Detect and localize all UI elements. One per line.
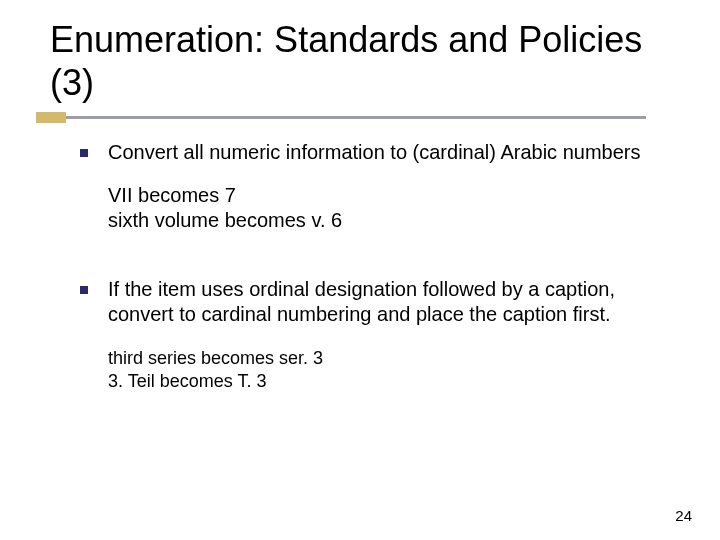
- slide-body: Convert all numeric information to (card…: [80, 140, 675, 392]
- bullet-examples: third series becomes ser. 3 3. Teil beco…: [108, 347, 675, 392]
- bullet-item: Convert all numeric information to (card…: [80, 140, 675, 165]
- bullet-square-icon: [80, 149, 88, 157]
- example-line: third series becomes ser. 3: [108, 347, 675, 370]
- bullet-text: Convert all numeric information to (card…: [108, 140, 675, 165]
- title-underline: [36, 112, 646, 124]
- bullet-square-icon: [80, 286, 88, 294]
- slide: Enumeration: Standards and Policies (3) …: [0, 0, 720, 540]
- underline-grey: [36, 116, 646, 119]
- bullet-examples: VII becomes 7 sixth volume becomes v. 6: [108, 183, 675, 233]
- bullet-text: If the item uses ordinal designation fol…: [108, 277, 675, 327]
- example-line: sixth volume becomes v. 6: [108, 208, 675, 233]
- bullet-item: If the item uses ordinal designation fol…: [80, 277, 675, 327]
- spacer: [80, 257, 675, 277]
- page-number: 24: [675, 507, 692, 524]
- slide-title: Enumeration: Standards and Policies (3): [50, 18, 670, 104]
- example-line: 3. Teil becomes T. 3: [108, 370, 675, 393]
- underline-accent: [36, 112, 66, 123]
- example-line: VII becomes 7: [108, 183, 675, 208]
